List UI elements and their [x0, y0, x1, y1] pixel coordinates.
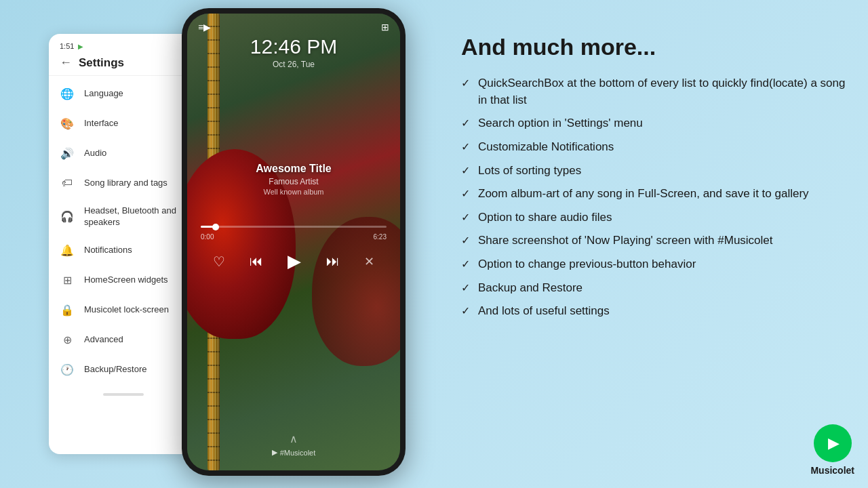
check-icon: ✓	[461, 211, 470, 224]
song-title: Awesome Title	[187, 163, 400, 175]
right-content: And much more... ✓ QuickSearchBox at the…	[461, 34, 848, 468]
settings-item-interface[interactable]: 🎨 Interface	[49, 108, 198, 138]
list-item: ✓ Share screenshot of 'Now Playing' scre…	[461, 232, 848, 249]
feature-text: Zoom album-art of any song in Full-Scree…	[478, 186, 809, 203]
interface-icon: 🎨	[60, 116, 75, 131]
close-button[interactable]: ✕	[364, 254, 374, 269]
feature-text: Option to change previous-button behavio…	[478, 256, 696, 273]
list-item: ✓ Zoom album-art of any song in Full-Scr…	[461, 186, 848, 203]
musicolet-icon-small: ▶	[272, 448, 277, 457]
settings-list: 🌐 Language 🎨 Interface 🔊 Audio 🏷 Song li…	[49, 76, 198, 388]
feature-text: Search option in 'Settings' menu	[478, 115, 643, 132]
check-icon: ✓	[461, 77, 470, 89]
phone-bottom: ∧ ▶ #Musicolet	[187, 432, 400, 457]
play-status-icon: ▶	[78, 43, 83, 50]
phone-time: 12:46 PM	[198, 35, 389, 58]
check-icon: ✓	[461, 304, 470, 317]
settings-item-label: Musicolet lock-screen	[84, 304, 169, 316]
feature-list: ✓ QuickSearchBox at the bottom of every …	[461, 75, 848, 320]
list-item: ✓ Customizable Notifications	[461, 139, 848, 156]
feature-text: Lots of sorting types	[478, 163, 581, 180]
swipe-up-icon: ∧	[187, 432, 400, 445]
list-item: ✓ Search option in 'Settings' menu	[461, 115, 848, 132]
lock-screen-icon: 🔒	[60, 303, 75, 318]
feature-text: Customizable Notifications	[478, 139, 614, 156]
phone-status-bar: ≡▶ ⊞ 12:46 PM Oct 26, Tue	[187, 14, 400, 75]
settings-header: 1:51 ▶ ← Settings	[49, 34, 198, 76]
feature-text: Option to share audio files	[478, 209, 612, 226]
hashtag-label: #Musicolet	[280, 449, 316, 457]
song-album: Well known album	[187, 188, 400, 196]
headset-icon: 🎧	[60, 209, 75, 224]
feature-text: QuickSearchBox at the bottom of every li…	[478, 75, 848, 108]
musicolet-logo: ▶ Musicolet	[810, 424, 854, 476]
audio-icon: 🔊	[60, 146, 75, 161]
favorite-button[interactable]: ♡	[213, 253, 225, 270]
play-button[interactable]: ▶	[288, 251, 301, 272]
now-playing-label: ▶ #Musicolet	[187, 448, 400, 457]
settings-item-language[interactable]: 🌐 Language	[49, 79, 198, 108]
progress-times: 0:00 6:23	[201, 233, 387, 241]
check-icon: ✓	[461, 117, 470, 129]
settings-panel: 1:51 ▶ ← Settings 🌐 Language 🎨 Interface…	[49, 34, 198, 454]
backup-icon: 🕐	[60, 363, 75, 378]
progress-total: 6:23	[374, 233, 387, 241]
logo-play-icon: ▶	[828, 434, 840, 452]
back-button[interactable]: ←	[60, 56, 72, 70]
settings-item-label: HomeScreen widgets	[84, 274, 168, 286]
progress-area: 0:00 6:23	[201, 220, 387, 241]
list-item: ✓ And lots of useful settings	[461, 303, 848, 320]
song-library-icon: 🏷	[60, 176, 75, 190]
settings-item-headset[interactable]: 🎧 Headset, Bluetooth and speakers	[49, 198, 198, 236]
phone-date: Oct 26, Tue	[198, 60, 389, 69]
song-artist: Famous Artist	[187, 177, 400, 186]
settings-item-label: Advanced	[84, 334, 123, 346]
list-item: ✓ QuickSearchBox at the bottom of every …	[461, 75, 848, 108]
settings-item-lock-screen[interactable]: 🔒 Musicolet lock-screen	[49, 296, 198, 325]
time-value: 1:51	[60, 42, 74, 50]
check-icon: ✓	[461, 258, 470, 270]
list-item: ✓ Lots of sorting types	[461, 163, 848, 180]
player-info: Awesome Title Famous Artist Well known a…	[187, 163, 400, 196]
next-button[interactable]: ⏭	[326, 253, 340, 269]
settings-item-notifications[interactable]: 🔔 Notifications	[49, 236, 198, 266]
settings-item-label: Song library and tags	[84, 178, 167, 189]
settings-item-label: Notifications	[84, 245, 132, 256]
guitar-artwork	[187, 14, 400, 470]
advanced-icon: ⊕	[60, 333, 75, 348]
list-item: ✓ Option to share audio files	[461, 209, 848, 226]
settings-item-label: Headset, Bluetooth and speakers	[84, 205, 187, 228]
progress-thumb	[212, 224, 219, 230]
settings-item-label: Audio	[84, 148, 106, 159]
check-icon: ✓	[461, 281, 470, 294]
logo-circle: ▶	[814, 424, 852, 462]
queue-icon: ≡▶	[198, 22, 211, 33]
progress-bar[interactable]	[201, 226, 387, 228]
language-icon: 🌐	[60, 86, 75, 101]
notifications-icon: 🔔	[60, 243, 75, 258]
grid-icon: ⊞	[381, 22, 389, 33]
settings-title-row: ← Settings	[60, 56, 187, 70]
list-item: ✓ Option to change previous-button behav…	[461, 256, 848, 273]
check-icon: ✓	[461, 164, 470, 177]
settings-item-label: Language	[84, 88, 123, 100]
phone-icons-top: ≡▶ ⊞	[198, 22, 389, 33]
settings-item-label: Interface	[84, 118, 119, 129]
main-heading: And much more...	[461, 34, 848, 60]
settings-item-homescreen[interactable]: ⊞ HomeScreen widgets	[49, 266, 198, 296]
settings-item-audio[interactable]: 🔊 Audio	[49, 138, 198, 168]
check-icon: ✓	[461, 234, 470, 247]
list-item: ✓ Backup and Restore	[461, 280, 848, 297]
settings-title: Settings	[79, 56, 124, 70]
settings-item-advanced[interactable]: ⊕ Advanced	[49, 325, 198, 355]
phone-screen: ≡▶ ⊞ 12:46 PM Oct 26, Tue Awesome Title …	[187, 14, 400, 470]
previous-button[interactable]: ⏮	[250, 253, 263, 269]
settings-time: 1:51 ▶	[60, 42, 187, 50]
settings-item-song-library[interactable]: 🏷 Song library and tags	[49, 168, 198, 198]
player-controls: ♡ ⏮ ▶ ⏭ ✕	[187, 251, 400, 272]
settings-item-backup[interactable]: 🕐 Backup/Restore	[49, 355, 198, 385]
feature-text: Share screenshot of 'Now Playing' screen…	[478, 232, 773, 249]
homescreen-icon: ⊞	[60, 273, 75, 288]
check-icon: ✓	[461, 187, 470, 200]
logo-name: Musicolet	[810, 465, 854, 476]
